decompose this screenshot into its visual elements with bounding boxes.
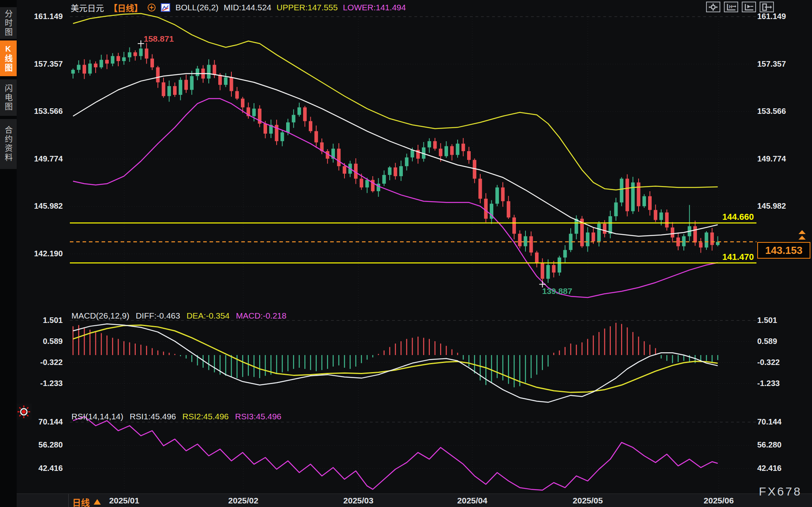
rsi2-value: RSI2:45.496 [183,412,229,421]
axis-tick-label: -1.233 [757,379,780,388]
date-axis-label: 2025/03 [343,496,373,505]
boll-upper-value: UPPER:147.555 [277,3,338,12]
axis-tick-label: 157.357 [34,60,63,69]
axis-tick-label: 70.144 [757,417,781,426]
macd-dea-value: DEA:-0.354 [187,311,230,321]
axis-tick-label: 161.149 [757,12,786,21]
axis-tick-label: 142.190 [34,249,63,258]
sidebar-tab-contract-info[interactable]: 合约资料 [0,119,17,169]
axis-tick-label: -0.322 [40,358,63,367]
zoom-play-button[interactable] [742,2,756,12]
add-indicator-icon[interactable] [148,4,156,12]
axis-tick-label: 0.589 [757,337,777,346]
pan-tool-button[interactable] [706,2,720,12]
price-up-arrow-icon [799,236,806,240]
axis-tick-label: 149.774 [757,154,786,163]
axis-tick-label: 149.774 [34,154,63,163]
chart-toolbar: H [706,2,774,12]
rsi-name: RSI(14,14,14) [71,412,123,421]
period-tag: 【日线】 [109,2,142,13]
last-price-badge: 143.153 [757,242,810,259]
axis-tick-label: 42.416 [38,464,63,473]
axis-tick-label: 145.982 [757,202,786,211]
boll-label: BOLL(26,2) [175,3,219,12]
axis-tick-label: 161.149 [34,12,63,21]
chart-canvas[interactable] [0,0,812,507]
macd-name: MACD(26,12,9) [71,311,129,321]
date-axis-label: 2025/01 [109,496,139,505]
low-price-marker: 139.887 [542,286,572,296]
high-price-marker: 158.871 [144,34,174,44]
boll-lower-value: LOWER:141.494 [343,3,406,12]
axis-tick-label: 153.566 [34,107,63,116]
macd-panel-header: MACD(26,12,9) DIFF:-0.463 DEA:-0.354 MAC… [71,311,287,321]
resistance-level-label: 144.660 [722,212,754,222]
trading-app-window: 分时图 K线图 闪电图 合约资料 美元日元 【日线】 BOLL(26,2) MI… [0,0,812,507]
period-selector-label: 日线 [72,495,90,507]
axis-tick-label: -0.322 [757,358,780,367]
date-axis-label: 2025/06 [704,496,734,505]
triangle-up-icon [94,499,101,505]
sidebar-tab-candlestick[interactable]: K线图 [0,40,17,76]
svg-text:H: H [729,4,732,9]
date-axis-bar: 日线 2025/012025/022025/032025/042025/0520… [17,494,812,507]
axis-tick-label: 42.416 [757,464,781,473]
axis-tick-label: 1.501 [757,316,777,325]
date-axis-label: 2025/04 [457,496,487,505]
exit-panel-button[interactable] [760,2,774,12]
rsi3-value: RSI3:45.496 [235,412,281,421]
axis-tick-label: -1.233 [40,379,63,388]
axis-tick-label: 157.357 [757,60,786,69]
axis-tick-label: 145.982 [34,202,63,211]
axis-tick-label: 56.280 [38,440,63,449]
candlestick-chart-icon[interactable] [161,3,170,12]
sidebar-tab-lightning[interactable]: 闪电图 [0,79,17,116]
rsi-settings-sun-icon[interactable] [16,404,32,420]
symbol-title: 美元日元 [71,2,104,13]
support-level-label: 141.470 [722,252,754,262]
axis-tick-label: 70.144 [38,417,63,426]
axis-tick-label: 0.589 [43,337,63,346]
axis-tick-label: 153.566 [757,107,786,116]
macd-hist-value: MACD:-0.218 [236,311,287,321]
zoom-x-axis-button[interactable]: H [724,2,738,12]
boll-mid-value: MID:144.524 [224,3,271,12]
sidebar: 分时图 K线图 闪电图 合约资料 [0,0,17,507]
macd-diff-value: DIFF:-0.463 [136,311,180,321]
period-selector[interactable]: 日线 [72,495,101,507]
brand-watermark: FX678 [759,485,802,498]
rsi1-value: RSI1:45.496 [130,412,176,421]
date-axis-label: 2025/02 [228,496,258,505]
price-up-arrow-icon [799,230,806,234]
axis-tick-label: 56.280 [757,440,781,449]
datebar-separator [68,494,69,507]
chart-header: 美元日元 【日线】 BOLL(26,2) MID:144.524 UPPER:1… [71,2,406,13]
date-axis-label: 2025/05 [573,496,603,505]
sidebar-tab-timeline[interactable]: 分时图 [0,7,17,39]
rsi-panel-header: RSI(14,14,14) RSI1:45.496 RSI2:45.496 RS… [71,412,281,421]
axis-tick-label: 1.501 [43,316,63,325]
